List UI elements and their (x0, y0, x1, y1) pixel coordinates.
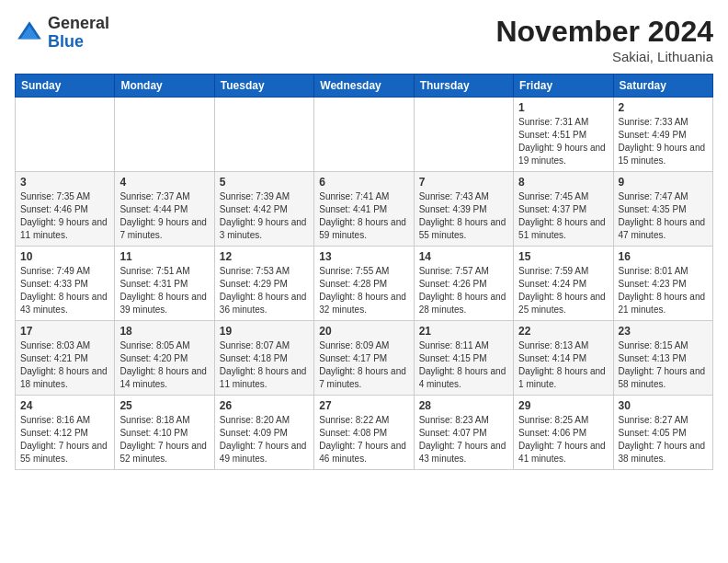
cell-1-0: 3 Sunrise: 7:35 AMSunset: 4:46 PMDayligh… (16, 172, 115, 247)
cell-4-0: 24 Sunrise: 8:16 AMSunset: 4:12 PMDaylig… (16, 396, 115, 470)
cell-3-0: 17 Sunrise: 8:03 AMSunset: 4:21 PMDaylig… (16, 321, 115, 396)
day-info: Sunrise: 7:33 AMSunset: 4:49 PMDaylight:… (619, 117, 706, 166)
day-info: Sunrise: 7:35 AMSunset: 4:46 PMDaylight:… (20, 191, 108, 240)
cell-1-1: 4 Sunrise: 7:37 AMSunset: 4:44 PMDayligh… (115, 172, 214, 247)
header-sunday: Sunday (16, 75, 115, 98)
month-title: November 2024 (495, 15, 713, 49)
header-tuesday: Tuesday (214, 75, 313, 98)
cell-2-2: 12 Sunrise: 7:53 AMSunset: 4:29 PMDaylig… (214, 247, 313, 321)
day-info: Sunrise: 8:27 AMSunset: 4:05 PMDaylight:… (619, 415, 706, 464)
day-number: 3 (20, 176, 109, 189)
day-number: 2 (619, 101, 708, 114)
calendar-body: 1 Sunrise: 7:31 AMSunset: 4:51 PMDayligh… (16, 98, 713, 470)
day-info: Sunrise: 8:03 AMSunset: 4:21 PMDaylight:… (20, 340, 108, 389)
day-number: 7 (419, 176, 508, 189)
day-number: 4 (119, 176, 209, 189)
day-number: 8 (518, 176, 608, 189)
week-row-1: 3 Sunrise: 7:35 AMSunset: 4:46 PMDayligh… (16, 172, 713, 247)
week-row-3: 17 Sunrise: 8:03 AMSunset: 4:21 PMDaylig… (16, 321, 713, 396)
logo: General Blue (15, 15, 109, 52)
cell-2-5: 15 Sunrise: 7:59 AMSunset: 4:24 PMDaylig… (514, 247, 613, 321)
day-number: 21 (419, 325, 508, 338)
day-info: Sunrise: 8:20 AMSunset: 4:09 PMDaylight:… (220, 415, 307, 464)
day-info: Sunrise: 8:22 AMSunset: 4:08 PMDaylight:… (319, 415, 406, 464)
logo-icon (15, 18, 44, 48)
cell-0-0 (16, 98, 115, 172)
cell-2-1: 11 Sunrise: 7:51 AMSunset: 4:31 PMDaylig… (115, 247, 214, 321)
day-number: 19 (220, 325, 309, 338)
cell-3-5: 22 Sunrise: 8:13 AMSunset: 4:14 PMDaylig… (514, 321, 613, 396)
cell-4-3: 27 Sunrise: 8:22 AMSunset: 4:08 PMDaylig… (314, 396, 414, 470)
cell-0-2 (214, 98, 313, 172)
day-info: Sunrise: 8:15 AMSunset: 4:13 PMDaylight:… (619, 340, 706, 389)
day-info: Sunrise: 7:55 AMSunset: 4:28 PMDaylight:… (319, 266, 406, 315)
day-info: Sunrise: 7:53 AMSunset: 4:29 PMDaylight:… (220, 266, 307, 315)
day-info: Sunrise: 7:45 AMSunset: 4:37 PMDaylight:… (518, 191, 606, 240)
day-number: 29 (518, 399, 608, 412)
cell-3-3: 20 Sunrise: 8:09 AMSunset: 4:17 PMDaylig… (314, 321, 414, 396)
cell-0-5: 1 Sunrise: 7:31 AMSunset: 4:51 PMDayligh… (514, 98, 613, 172)
day-number: 25 (119, 399, 209, 412)
day-number: 15 (518, 250, 608, 263)
cell-1-4: 7 Sunrise: 7:43 AMSunset: 4:39 PMDayligh… (414, 172, 513, 247)
cell-0-4 (414, 98, 513, 172)
calendar-table: Sunday Monday Tuesday Wednesday Thursday… (15, 74, 713, 470)
cell-1-5: 8 Sunrise: 7:45 AMSunset: 4:37 PMDayligh… (514, 172, 613, 247)
cell-1-2: 5 Sunrise: 7:39 AMSunset: 4:42 PMDayligh… (214, 172, 313, 247)
cell-4-2: 26 Sunrise: 8:20 AMSunset: 4:09 PMDaylig… (214, 396, 313, 470)
day-number: 26 (220, 399, 309, 412)
day-number: 10 (20, 250, 109, 263)
day-number: 9 (619, 176, 708, 189)
day-number: 16 (619, 250, 708, 263)
week-row-0: 1 Sunrise: 7:31 AMSunset: 4:51 PMDayligh… (16, 98, 713, 172)
day-info: Sunrise: 7:51 AMSunset: 4:31 PMDaylight:… (119, 266, 207, 315)
location: Sakiai, Lithuania (495, 49, 713, 64)
day-number: 27 (319, 399, 408, 412)
day-info: Sunrise: 7:41 AMSunset: 4:41 PMDaylight:… (319, 191, 406, 240)
header-thursday: Thursday (414, 75, 513, 98)
day-info: Sunrise: 8:25 AMSunset: 4:06 PMDaylight:… (518, 415, 606, 464)
week-row-2: 10 Sunrise: 7:49 AMSunset: 4:33 PMDaylig… (16, 247, 713, 321)
cell-2-4: 14 Sunrise: 7:57 AMSunset: 4:26 PMDaylig… (414, 247, 513, 321)
header-monday: Monday (115, 75, 214, 98)
day-info: Sunrise: 7:57 AMSunset: 4:26 PMDaylight:… (419, 266, 506, 315)
day-number: 17 (20, 325, 109, 338)
day-number: 1 (518, 101, 608, 114)
cell-3-2: 19 Sunrise: 8:07 AMSunset: 4:18 PMDaylig… (214, 321, 313, 396)
day-info: Sunrise: 7:59 AMSunset: 4:24 PMDaylight:… (518, 266, 606, 315)
title-area: November 2024 Sakiai, Lithuania (495, 15, 713, 64)
day-number: 12 (220, 250, 309, 263)
day-info: Sunrise: 7:47 AMSunset: 4:35 PMDaylight:… (619, 191, 706, 240)
day-info: Sunrise: 7:37 AMSunset: 4:44 PMDaylight:… (119, 191, 207, 240)
calendar-header: Sunday Monday Tuesday Wednesday Thursday… (16, 75, 713, 98)
header-row: Sunday Monday Tuesday Wednesday Thursday… (16, 75, 713, 98)
day-info: Sunrise: 7:43 AMSunset: 4:39 PMDaylight:… (419, 191, 506, 240)
day-number: 23 (619, 325, 708, 338)
day-info: Sunrise: 8:05 AMSunset: 4:20 PMDaylight:… (119, 340, 207, 389)
day-number: 6 (319, 176, 408, 189)
cell-2-0: 10 Sunrise: 7:49 AMSunset: 4:33 PMDaylig… (16, 247, 115, 321)
cell-0-3 (314, 98, 414, 172)
day-info: Sunrise: 7:49 AMSunset: 4:33 PMDaylight:… (20, 266, 108, 315)
day-number: 5 (220, 176, 309, 189)
cell-4-6: 30 Sunrise: 8:27 AMSunset: 4:05 PMDaylig… (613, 396, 712, 470)
day-number: 18 (119, 325, 209, 338)
cell-3-1: 18 Sunrise: 8:05 AMSunset: 4:20 PMDaylig… (115, 321, 214, 396)
day-info: Sunrise: 8:13 AMSunset: 4:14 PMDaylight:… (518, 340, 606, 389)
header-friday: Friday (514, 75, 613, 98)
cell-4-5: 29 Sunrise: 8:25 AMSunset: 4:06 PMDaylig… (514, 396, 613, 470)
day-info: Sunrise: 8:23 AMSunset: 4:07 PMDaylight:… (419, 415, 506, 464)
cell-4-1: 25 Sunrise: 8:18 AMSunset: 4:10 PMDaylig… (115, 396, 214, 470)
day-number: 13 (319, 250, 408, 263)
cell-1-3: 6 Sunrise: 7:41 AMSunset: 4:41 PMDayligh… (314, 172, 414, 247)
day-number: 28 (419, 399, 508, 412)
day-info: Sunrise: 8:01 AMSunset: 4:23 PMDaylight:… (619, 266, 706, 315)
day-number: 14 (419, 250, 508, 263)
cell-1-6: 9 Sunrise: 7:47 AMSunset: 4:35 PMDayligh… (613, 172, 712, 247)
header-wednesday: Wednesday (314, 75, 414, 98)
day-number: 24 (20, 399, 109, 412)
cell-4-4: 28 Sunrise: 8:23 AMSunset: 4:07 PMDaylig… (414, 396, 513, 470)
cell-2-3: 13 Sunrise: 7:55 AMSunset: 4:28 PMDaylig… (314, 247, 414, 321)
logo-general: General (48, 14, 109, 32)
day-number: 11 (119, 250, 209, 263)
